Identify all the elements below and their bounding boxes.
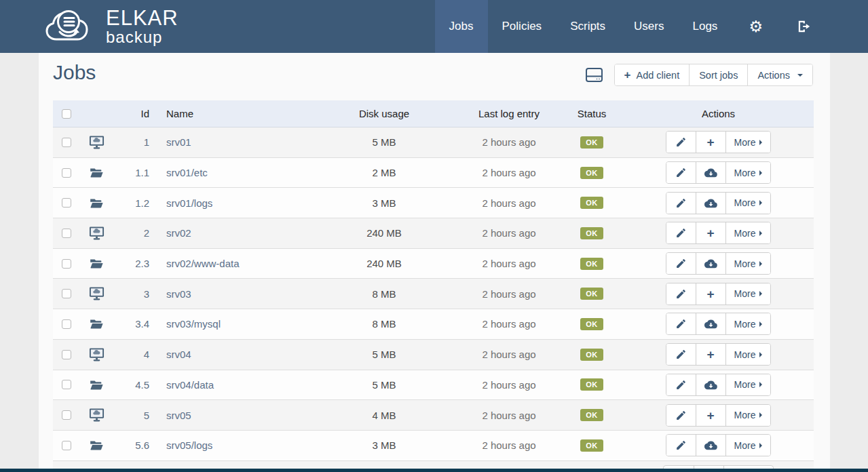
edit-button[interactable] [666, 283, 696, 304]
row-name-link[interactable]: srv03 [149, 288, 311, 300]
row-last-log-entry: 2 hours ago [457, 136, 561, 148]
row-disk-usage: 8 MB [311, 288, 457, 300]
select-all-checkbox[interactable] [62, 109, 71, 119]
edit-button[interactable] [666, 193, 696, 214]
row-checkbox[interactable] [62, 168, 71, 178]
row-name-link[interactable]: srv05 [149, 410, 311, 421]
page-title: Jobs [53, 61, 96, 84]
row-checkbox[interactable] [62, 138, 71, 147]
settings-button[interactable]: ⚙ [732, 0, 780, 53]
edit-button[interactable] [666, 374, 696, 395]
row-action-button-group: More [666, 434, 772, 456]
add-job-button[interactable]: + [696, 344, 726, 365]
more-button[interactable]: More [726, 435, 771, 456]
more-button[interactable]: More [726, 283, 771, 304]
edit-button[interactable] [666, 405, 696, 426]
nav-item-users[interactable]: Users [620, 0, 678, 53]
toolbar-button-group: + Add client Sort jobs Actions [614, 64, 813, 86]
more-button[interactable]: More [726, 193, 771, 214]
client-computer-icon [80, 135, 113, 150]
job-folder-icon [80, 258, 113, 269]
row-name-link[interactable]: srv01/etc [149, 167, 311, 178]
table-row: 4.5srv04/data5 MB2 hours agoOK More [53, 370, 814, 401]
more-button[interactable]: More [726, 132, 771, 153]
nav-item-scripts[interactable]: Scripts [556, 0, 620, 53]
row-disk-usage: 240 MB [311, 258, 457, 269]
jobs-table: Id Name Disk usage Last log entry Status… [53, 100, 814, 461]
more-label: More [734, 258, 756, 269]
row-action-button-group: More [666, 161, 772, 184]
edit-button[interactable] [666, 162, 696, 183]
row-checkbox[interactable] [62, 198, 71, 208]
job-folder-icon [80, 439, 113, 451]
more-button[interactable]: More [726, 162, 771, 183]
restore-button[interactable] [696, 313, 726, 334]
plus-icon: + [624, 69, 631, 81]
more-label: More [734, 228, 756, 239]
more-label: More [734, 197, 756, 208]
more-button[interactable]: More [726, 253, 771, 274]
edit-button[interactable] [666, 253, 696, 274]
edit-button[interactable] [666, 132, 696, 153]
status-badge: OK [580, 258, 603, 270]
restore-button[interactable] [696, 193, 726, 214]
column-header-lastlog: Last log entry [457, 108, 561, 119]
row-name-link[interactable]: srv02 [149, 227, 311, 239]
row-name-link[interactable]: srv04/data [149, 379, 311, 391]
restore-button[interactable] [696, 253, 726, 274]
more-button[interactable]: More [726, 405, 771, 426]
restore-button[interactable] [696, 435, 726, 456]
status-badge: OK [580, 409, 603, 421]
row-checkbox[interactable] [62, 289, 71, 298]
row-name-link[interactable]: srv02/www-data [149, 258, 311, 269]
row-checkbox[interactable] [62, 319, 71, 329]
hard-drive-icon[interactable] [585, 66, 603, 83]
status-badge: OK [580, 136, 603, 149]
edit-button[interactable] [666, 435, 696, 456]
caret-down-icon [797, 74, 803, 77]
nav-item-jobs[interactable]: Jobs [435, 0, 488, 53]
more-button[interactable]: More [726, 222, 771, 243]
row-name-link[interactable]: srv05/logs [149, 439, 311, 451]
sort-jobs-button[interactable]: Sort jobs [690, 64, 748, 85]
add-job-button[interactable]: + [696, 405, 726, 426]
caret-right-icon [759, 140, 762, 145]
row-name-link[interactable]: srv04 [149, 349, 311, 360]
actions-dropdown-button[interactable]: Actions [748, 64, 812, 85]
row-checkbox[interactable] [62, 380, 71, 389]
more-button[interactable]: More [726, 313, 771, 334]
row-checkbox[interactable] [62, 441, 71, 450]
restore-button[interactable] [696, 162, 726, 183]
status-badge: OK [580, 349, 603, 361]
caret-right-icon [759, 412, 762, 418]
add-job-button[interactable]: + [696, 283, 726, 304]
edit-button[interactable] [666, 344, 696, 365]
row-checkbox[interactable] [62, 350, 71, 359]
add-client-button[interactable]: + Add client [615, 64, 690, 85]
restore-button[interactable] [696, 374, 726, 395]
pencil-icon [675, 410, 687, 421]
more-button[interactable]: More [726, 344, 771, 365]
pencil-icon [675, 439, 687, 451]
edit-button[interactable] [666, 313, 696, 334]
row-name-link[interactable]: srv01/logs [149, 197, 311, 209]
row-name-link[interactable]: srv03/mysql [149, 318, 311, 330]
column-header-name: Name [149, 108, 311, 119]
nav-item-policies[interactable]: Policies [488, 0, 556, 53]
client-computer-icon [80, 347, 113, 362]
row-checkbox[interactable] [62, 229, 71, 238]
row-checkbox[interactable] [62, 410, 71, 420]
logout-button[interactable] [780, 0, 829, 53]
row-name-link[interactable]: srv01 [149, 136, 311, 148]
table-header-row: Id Name Disk usage Last log entry Status… [53, 100, 814, 127]
row-checkbox[interactable] [62, 259, 71, 269]
edit-button[interactable] [666, 222, 696, 243]
row-action-button-group: + More [666, 343, 772, 366]
nav-item-logs[interactable]: Logs [679, 0, 732, 53]
row-action-button-group: + More [666, 222, 772, 244]
more-button[interactable]: More [726, 374, 771, 395]
caret-right-icon [759, 170, 762, 176]
add-job-button[interactable]: + [696, 222, 726, 243]
add-job-button[interactable]: + [696, 132, 726, 153]
cloud-backup-logo-icon [41, 6, 100, 47]
